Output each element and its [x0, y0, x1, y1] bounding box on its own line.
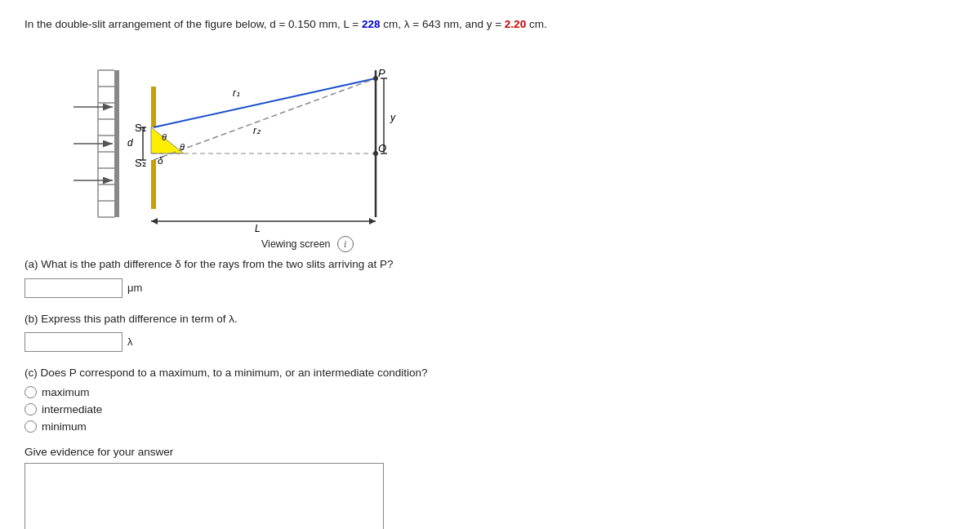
evidence-textarea[interactable]: [24, 463, 384, 529]
evidence-label: Give evidence for your answer: [24, 446, 956, 458]
S2-label: S₂: [135, 157, 146, 169]
left-barrier: [74, 70, 119, 217]
diagram-svg: S₁ S₂ r₁ r₂ θ θ δ d P O y L: [24, 46, 449, 242]
radio-minimum[interactable]: [24, 420, 37, 433]
L-label: L: [255, 223, 261, 234]
svg-rect-15: [151, 87, 156, 127]
question-b-input-row: λ: [24, 332, 956, 352]
evidence-block: Give evidence for your answer: [24, 446, 956, 529]
r1-label: r₁: [233, 87, 240, 99]
diagram-container: S₁ S₂ r₁ r₂ θ θ δ d P O y L Viewing: [24, 46, 956, 242]
questions-section: (a) What is the path difference δ for th…: [24, 256, 956, 529]
problem-intro: In the double-slit arrangement of the fi…: [24, 18, 362, 30]
radio-intermediate[interactable]: [24, 403, 37, 416]
question-c: (c) Does P correspond to a maximum, to a…: [24, 365, 956, 433]
O-label: O: [378, 142, 386, 154]
theta2-label: θ: [180, 142, 185, 152]
y-label: y: [390, 112, 396, 123]
radio-maximum[interactable]: [24, 386, 37, 398]
L-value: 228: [362, 18, 381, 30]
r2-label: r₂: [253, 125, 261, 136]
svg-marker-28: [369, 218, 376, 224]
option-intermediate[interactable]: intermediate: [24, 403, 956, 416]
y-unit: cm.: [526, 18, 547, 30]
radio-group-c: maximum intermediate minimum: [24, 386, 956, 433]
svg-marker-27: [151, 218, 158, 224]
path-diff-triangle: [151, 127, 184, 153]
option-maximum[interactable]: maximum: [24, 386, 956, 398]
info-icon[interactable]: i: [337, 236, 354, 252]
svg-rect-0: [114, 70, 119, 217]
question-b: (b) Express this path difference in term…: [24, 311, 956, 352]
answer-a-unit: μm: [127, 282, 142, 294]
theta1-label: θ: [162, 132, 167, 142]
svg-rect-17: [151, 160, 156, 209]
question-c-label: (c) Does P correspond to a maximum, to a…: [24, 365, 956, 381]
P-label: P: [378, 67, 385, 79]
answer-b-unit: λ: [127, 336, 133, 348]
question-a: (a) What is the path difference δ for th…: [24, 256, 956, 297]
question-b-label: (b) Express this path difference in term…: [24, 311, 956, 327]
option-minimum-label: minimum: [42, 420, 87, 433]
option-minimum[interactable]: minimum: [24, 420, 956, 433]
option-intermediate-label: intermediate: [42, 403, 102, 416]
answer-a-input[interactable]: [24, 278, 122, 298]
S1-label: S₁: [135, 122, 146, 134]
diagram: S₁ S₂ r₁ r₂ θ θ δ d P O y L Viewing: [24, 46, 449, 242]
option-maximum-label: maximum: [42, 386, 90, 398]
delta-label: δ: [158, 155, 163, 167]
problem-statement: In the double-slit arrangement of the fi…: [24, 16, 956, 33]
question-a-input-row: μm: [24, 278, 956, 298]
answer-b-input[interactable]: [24, 332, 122, 352]
r1-line: [154, 78, 376, 127]
question-a-label: (a) What is the path difference δ for th…: [24, 256, 956, 273]
d-label: d: [127, 137, 133, 149]
L-unit: cm, λ = 643 nm, and y =: [381, 18, 505, 30]
y-value: 2.20: [505, 18, 526, 30]
viewing-screen-label: Viewing screen: [261, 238, 331, 250]
